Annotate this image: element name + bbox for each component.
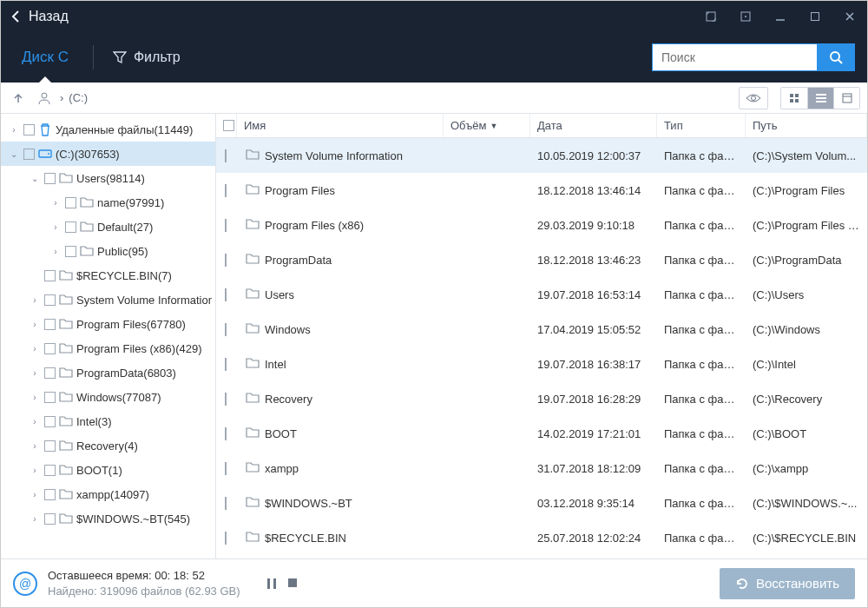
filter-button[interactable]: Фильтр [97, 50, 196, 65]
expand-icon[interactable]: › [29, 490, 41, 499]
tree-checkbox[interactable] [23, 149, 35, 160]
pause-button[interactable] [266, 578, 277, 590]
row-checkbox[interactable] [225, 393, 227, 406]
restore-button[interactable]: Восстановить [720, 568, 855, 599]
column-path[interactable]: Путь [746, 114, 867, 137]
expand-icon[interactable]: › [49, 247, 62, 256]
expand-icon[interactable]: › [29, 320, 41, 329]
window-pin-icon[interactable] [694, 1, 728, 32]
tree-checkbox[interactable] [44, 489, 56, 500]
tree-item[interactable]: ›Program Files(67780) [1, 312, 215, 336]
column-name[interactable]: Имя [237, 114, 444, 137]
file-row[interactable]: System Volume Information10.05.2019 12:0… [216, 138, 867, 173]
view-grid-button[interactable] [781, 88, 807, 109]
tree-item[interactable]: ⌄Users(98114) [1, 166, 215, 190]
tree-checkbox[interactable] [44, 367, 56, 379]
row-checkbox[interactable] [225, 532, 227, 545]
tree-item[interactable]: ›Удаленные файлы(11449) [1, 117, 215, 142]
view-list-button[interactable] [807, 88, 833, 109]
maximize-button[interactable] [798, 1, 832, 32]
row-checkbox[interactable] [225, 358, 227, 371]
expand-icon[interactable]: › [29, 441, 41, 451]
tree-item[interactable]: ›Recovery(4) [1, 433, 215, 458]
tree-checkbox[interactable] [44, 416, 56, 427]
tree-checkbox[interactable] [44, 173, 56, 184]
file-row[interactable]: BOOT14.02.2019 17:21:01Папка с фай...(C:… [216, 416, 867, 451]
tree-item[interactable]: ›Intel(3) [1, 409, 215, 433]
column-type[interactable]: Тип [657, 114, 746, 137]
file-row[interactable]: Program Files (x86)29.03.2019 9:10:18Пап… [216, 208, 867, 242]
tree-checkbox[interactable] [44, 343, 56, 354]
expand-icon[interactable]: › [29, 514, 41, 524]
column-checkbox[interactable] [216, 114, 237, 137]
file-row[interactable]: xampp31.07.2018 18:12:09Папка с фай...(C… [216, 451, 867, 486]
tree-checkbox[interactable] [65, 221, 76, 233]
window-restore-icon[interactable] [728, 1, 763, 32]
expand-icon[interactable]: › [29, 344, 41, 354]
file-row[interactable]: Recovery19.07.2018 16:28:29Папка с фай..… [216, 381, 867, 416]
tree-item[interactable]: ›Default(27) [1, 215, 215, 239]
row-checkbox[interactable] [225, 184, 227, 197]
search-button[interactable] [817, 43, 855, 71]
tree-item[interactable]: ›Windows(77087) [1, 385, 215, 409]
tree-checkbox[interactable] [44, 392, 56, 403]
tab-disk-c[interactable]: Диск C [1, 32, 89, 83]
tree-checkbox[interactable] [44, 465, 56, 476]
file-row[interactable]: Program Files18.12.2018 13:46:14Папка с … [216, 173, 867, 208]
tree-item[interactable]: ›BOOT(1) [1, 458, 215, 482]
row-checkbox[interactable] [225, 288, 227, 301]
expand-icon[interactable]: ⌄ [8, 149, 20, 159]
file-row[interactable]: ProgramData18.12.2018 13:46:23Папка с фа… [216, 242, 867, 277]
expand-icon[interactable]: ⌄ [29, 174, 41, 183]
expand-icon[interactable]: › [29, 295, 41, 305]
expand-icon[interactable]: › [49, 198, 62, 208]
tree-item[interactable]: ›ProgramData(6803) [1, 360, 215, 385]
minimize-button[interactable] [763, 1, 798, 32]
column-volume[interactable]: Объём▼ [444, 114, 530, 137]
tree-item[interactable]: $RECYCLE.BIN(7) [1, 263, 215, 287]
user-icon[interactable] [34, 88, 55, 109]
search-input[interactable] [652, 43, 817, 71]
tree-item[interactable]: ›Public(95) [1, 239, 215, 263]
file-row[interactable]: $WINDOWS.~BT03.12.2018 9:35:14Папка с фа… [216, 486, 867, 520]
file-row[interactable]: Windows17.04.2019 15:05:52Папка с фай...… [216, 312, 867, 347]
file-row[interactable]: Intel19.07.2018 16:38:17Папка с фай...(C… [216, 347, 867, 381]
row-checkbox[interactable] [225, 462, 227, 475]
preview-toggle[interactable] [739, 87, 768, 109]
folder-tree[interactable]: ›Удаленные файлы(11449)⌄(C:)(307653)⌄Use… [1, 114, 216, 558]
tree-item[interactable]: ›Program Files (x86)(429) [1, 336, 215, 360]
column-date[interactable]: Дата [530, 114, 657, 137]
tree-item[interactable]: ⌄(C:)(307653) [1, 142, 215, 166]
tree-item[interactable]: ›xampp(14097) [1, 482, 215, 506]
file-list-body[interactable]: System Volume Information10.05.2019 12:0… [216, 138, 867, 558]
tree-checkbox[interactable] [44, 440, 56, 452]
tree-item[interactable]: ›name(97991) [1, 190, 215, 215]
close-button[interactable] [832, 1, 867, 32]
tree-checkbox[interactable] [65, 246, 76, 257]
file-row[interactable]: Users19.07.2018 16:53:14Папка с фай...(C… [216, 277, 867, 312]
tree-item[interactable]: ›System Volume Information [1, 287, 215, 312]
stop-button[interactable] [287, 578, 298, 590]
row-checkbox[interactable] [225, 254, 227, 267]
nav-up-button[interactable] [8, 88, 29, 109]
tree-checkbox[interactable] [65, 197, 76, 208]
breadcrumb[interactable]: (C:) [69, 91, 88, 104]
file-row[interactable]: $RECYCLE.BIN25.07.2018 12:02:24Папка с ф… [216, 520, 867, 555]
expand-icon[interactable]: › [29, 417, 41, 426]
row-checkbox[interactable] [225, 497, 227, 510]
expand-icon[interactable]: › [29, 368, 41, 378]
back-button[interactable]: Назад [1, 9, 79, 24]
tree-checkbox[interactable] [44, 294, 56, 306]
expand-icon[interactable]: › [29, 466, 41, 475]
tree-checkbox[interactable] [44, 319, 56, 330]
tree-item[interactable]: ›$WINDOWS.~BT(545) [1, 506, 215, 531]
expand-icon[interactable]: › [49, 222, 62, 232]
row-checkbox[interactable] [225, 219, 227, 232]
view-detail-button[interactable] [833, 88, 859, 109]
row-checkbox[interactable] [225, 323, 227, 336]
row-checkbox[interactable] [225, 427, 227, 440]
tree-checkbox[interactable] [44, 513, 56, 525]
expand-icon[interactable]: › [8, 125, 20, 135]
tree-checkbox[interactable] [44, 270, 56, 281]
row-checkbox[interactable] [225, 149, 227, 162]
